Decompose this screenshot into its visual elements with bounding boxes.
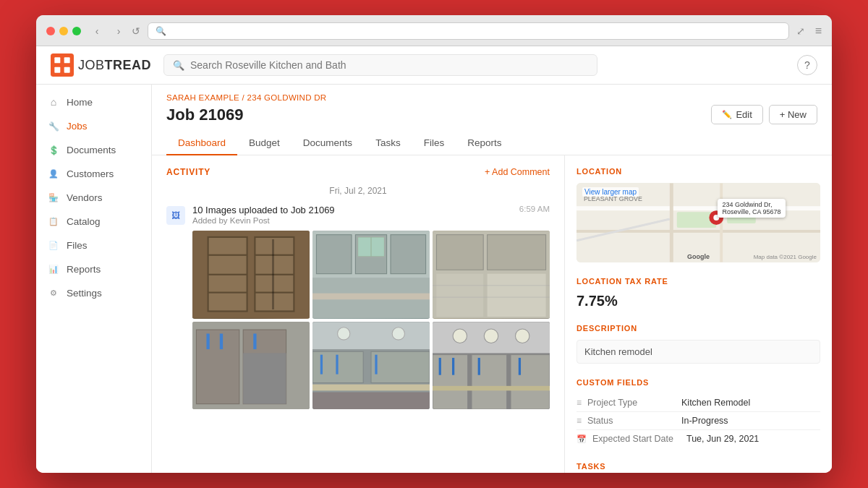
sidebar-item-label: Settings: [67, 288, 102, 299]
tab-reports[interactable]: Reports: [456, 132, 513, 155]
activity-icon: 🖼: [166, 206, 185, 225]
field-value-start-date: Tue, Jun 29, 2021: [686, 434, 759, 444]
tab-files[interactable]: Files: [412, 132, 456, 155]
svg-rect-13: [255, 292, 294, 294]
forward-button[interactable]: ›: [110, 22, 127, 40]
help-button[interactable]: ?: [797, 55, 817, 75]
tab-tasks[interactable]: Tasks: [364, 132, 412, 155]
svg-rect-56: [511, 354, 550, 409]
activity-title: ACTIVITY: [166, 167, 210, 177]
sidebar-item-label: Documents: [67, 145, 116, 155]
location-title: LOCATION: [576, 167, 820, 176]
photo-item-4[interactable]: [192, 322, 310, 410]
sidebar-item-files[interactable]: 📄 Files: [36, 234, 151, 257]
search-input[interactable]: [190, 59, 588, 71]
svg-rect-26: [488, 274, 546, 317]
tax-rate-title: LOCATION TAX RATE: [576, 277, 820, 286]
browser-window: ‹ › ↺ 🔍 ⤢ ≡ JOBTREAD: [36, 15, 832, 473]
logo-icon: [51, 53, 74, 77]
svg-rect-3: [54, 67, 60, 73]
svg-point-52: [484, 328, 498, 342]
close-dot[interactable]: [46, 27, 55, 35]
svg-rect-25: [488, 235, 546, 270]
edit-button[interactable]: ✏️ Edit: [711, 105, 762, 124]
photo-item-2[interactable]: [312, 231, 430, 319]
svg-rect-16: [316, 235, 352, 274]
sidebar-item-documents[interactable]: 💲 Documents: [36, 139, 151, 161]
activity-section: ACTIVITY + Add Comment Fri, Jul 2, 2021 …: [152, 155, 564, 473]
photo-item-1[interactable]: [192, 231, 310, 319]
refresh-button[interactable]: ↺: [132, 25, 140, 37]
activity-header: ACTIVITY + Add Comment: [166, 167, 550, 177]
photo-item-3[interactable]: [433, 231, 550, 319]
minimize-dot[interactable]: [59, 27, 68, 35]
svg-rect-8: [208, 254, 247, 256]
search-icon: 🔍: [173, 60, 184, 71]
svg-rect-27: [436, 274, 483, 317]
back-button[interactable]: ‹: [88, 22, 106, 40]
expand-icon[interactable]: ⤢: [796, 25, 805, 37]
activity-item-title: 10 Images uploaded to Job 21069: [192, 205, 335, 215]
svg-rect-39: [312, 322, 430, 349]
custom-field-status: ≡ Status In-Progress: [576, 412, 820, 430]
svg-rect-43: [371, 351, 430, 382]
menu-icon[interactable]: ≡: [815, 25, 822, 38]
sidebar: ⌂ Home 🔧 Jobs 💲 Documents 👤 Customers 🏪: [36, 85, 152, 473]
job-header: SARAH EXAMPLE / 234 GOLDWIND DR Job 2106…: [152, 85, 832, 155]
job-title: Job 21069: [166, 106, 243, 124]
sidebar-item-customers[interactable]: 👤 Customers: [36, 163, 151, 185]
home-icon: ⌂: [48, 96, 59, 108]
svg-rect-10: [208, 292, 247, 294]
custom-field-project-type: ≡ Project Type Kitchen Remodel: [576, 394, 820, 412]
sidebar-item-settings[interactable]: ⚙ Settings: [36, 282, 151, 304]
svg-rect-24: [436, 235, 483, 270]
breadcrumb: SARAH EXAMPLE / 234 GOLDWIND DR: [166, 93, 817, 102]
sidebar-item-jobs[interactable]: 🔧 Jobs: [36, 115, 151, 137]
sidebar-item-reports[interactable]: 📊 Reports: [36, 258, 151, 281]
url-bar[interactable]: 🔍: [148, 22, 789, 40]
tax-rate-section: LOCATION TAX RATE 7.75%: [576, 277, 820, 309]
location-section: LOCATION: [576, 167, 820, 262]
tasks-section: TASKS + + New Task: [576, 462, 820, 473]
logo: JOBTREAD: [51, 53, 152, 77]
tab-dashboard[interactable]: Dashboard: [166, 132, 237, 155]
svg-rect-58: [452, 357, 454, 374]
svg-rect-61: [433, 385, 550, 390]
map-container: PLEASANT GROVE 234 Goldwind Dr, Rosevill…: [576, 183, 820, 262]
sidebar-item-label: Files: [67, 240, 88, 251]
content-body: ACTIVITY + Add Comment Fri, Jul 2, 2021 …: [152, 155, 832, 473]
activity-content: 10 Images uploaded to Job 21069 Added by…: [192, 205, 550, 409]
jobs-icon: 🔧: [48, 121, 59, 132]
sidebar-item-vendors[interactable]: 🏪 Vendors: [36, 187, 151, 209]
vendors-icon: 🏪: [48, 193, 59, 202]
job-tabs: Dashboard Budget Documents Tasks Files R…: [166, 132, 817, 155]
sidebar-item-label: Jobs: [67, 121, 88, 132]
app-header: JOBTREAD 🔍 ?: [36, 46, 832, 85]
svg-rect-60: [519, 357, 521, 374]
tab-budget[interactable]: Budget: [237, 132, 292, 155]
edit-icon: ✏️: [722, 110, 732, 119]
logo-text: JOBTREAD: [78, 58, 151, 73]
svg-rect-37: [243, 353, 286, 403]
activity-item-subtitle: Added by Kevin Post: [192, 216, 335, 225]
browser-nav: ‹ › ↺: [88, 22, 140, 40]
sidebar-item-label: Reports: [67, 264, 101, 275]
view-larger-map-link[interactable]: View larger map: [582, 187, 639, 197]
maximize-dot[interactable]: [72, 27, 81, 35]
new-button[interactable]: + New: [769, 105, 817, 124]
svg-rect-1: [54, 57, 60, 63]
map-address-bubble: 234 Goldwind Dr, Roseville, CA 95678: [718, 199, 785, 218]
photo-item-5[interactable]: [312, 322, 430, 410]
svg-point-53: [515, 328, 529, 342]
svg-rect-44: [312, 384, 430, 390]
header-search[interactable]: 🔍: [163, 54, 597, 76]
browser-dots: [46, 27, 81, 35]
sidebar-item-catalog[interactable]: 📋 Catalog: [36, 210, 151, 233]
add-comment-button[interactable]: + Add Comment: [485, 167, 550, 177]
photo-item-6[interactable]: [433, 322, 550, 410]
job-title-row: Job 21069 ✏️ Edit + New: [166, 105, 817, 124]
field-label-project-type: Project Type: [587, 398, 681, 408]
svg-rect-21: [358, 237, 385, 257]
tab-documents[interactable]: Documents: [292, 132, 364, 155]
sidebar-item-home[interactable]: ⌂ Home: [36, 90, 151, 114]
